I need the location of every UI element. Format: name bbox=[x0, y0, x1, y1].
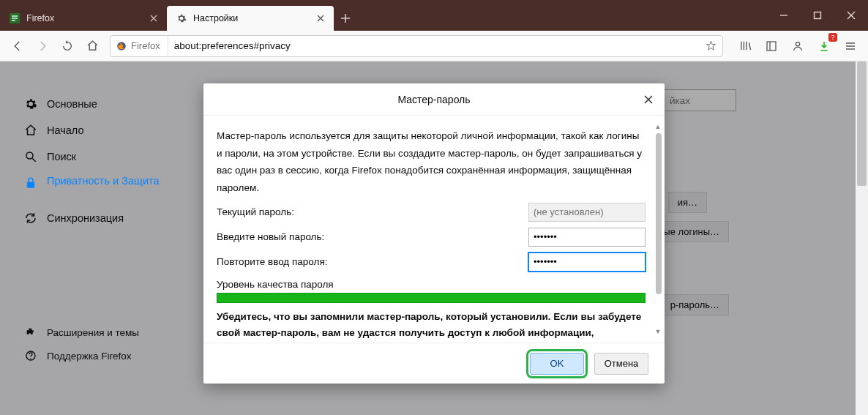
quality-label: Уровень качества пароля bbox=[217, 279, 646, 290]
svg-rect-1 bbox=[815, 12, 821, 19]
sidebar-item-search[interactable]: Поиск bbox=[16, 143, 184, 170]
titlebar: Firefox Настройки bbox=[0, 0, 868, 31]
scroll-thumb[interactable] bbox=[656, 133, 662, 294]
svg-point-4 bbox=[796, 42, 799, 45]
dialog-close-button[interactable] bbox=[640, 91, 657, 108]
dialog-header: Мастер-пароль bbox=[203, 83, 665, 116]
window-close-button[interactable] bbox=[834, 0, 868, 31]
tab-label: Настройки bbox=[193, 13, 238, 23]
dialog-footer: OK Отмена bbox=[203, 343, 665, 384]
repeat-password-label: Повторите ввод пароля: bbox=[217, 256, 528, 267]
tab-firefox[interactable]: Firefox bbox=[0, 6, 167, 31]
close-icon[interactable] bbox=[148, 12, 160, 24]
dialog-title: Мастер-пароль bbox=[397, 94, 470, 105]
new-tab-button[interactable] bbox=[334, 6, 357, 31]
svg-rect-3 bbox=[767, 42, 776, 51]
firefox-icon bbox=[116, 41, 127, 51]
close-icon[interactable] bbox=[315, 12, 326, 24]
sidebar-item-privacy[interactable]: Приватность и Защита bbox=[16, 170, 184, 205]
sidebar-item-label: Поддержка Firefox bbox=[47, 351, 131, 362]
current-password-label: Текущий пароль: bbox=[217, 206, 528, 217]
dialog-body: Мастер-пароль используется для защиты не… bbox=[203, 116, 665, 343]
svg-point-5 bbox=[26, 152, 33, 159]
row-repeat-password: Повторите ввод пароля: bbox=[217, 250, 646, 274]
download-badge: ? bbox=[828, 33, 837, 42]
account-icon[interactable] bbox=[786, 34, 809, 58]
dialog-description: Мастер-пароль используется для защиты не… bbox=[217, 127, 646, 197]
library-icon[interactable] bbox=[733, 34, 757, 58]
gear-icon bbox=[23, 97, 38, 111]
repeat-password-input[interactable] bbox=[528, 253, 646, 272]
forward-button[interactable] bbox=[31, 34, 54, 58]
svg-rect-6 bbox=[27, 182, 35, 188]
sidebar-item-home[interactable]: Начало bbox=[16, 117, 184, 143]
sidebar-item-label: Поиск bbox=[47, 151, 76, 162]
reload-button[interactable] bbox=[56, 34, 79, 58]
sidebar-toggle-icon[interactable] bbox=[760, 34, 783, 58]
sidebar-item-general[interactable]: Основные bbox=[16, 91, 184, 117]
sidebar-item-label: Начало bbox=[47, 124, 84, 136]
url-bar[interactable]: Firefox about:preferences#privacy bbox=[110, 35, 723, 57]
ok-button[interactable]: OK bbox=[530, 353, 584, 375]
home-icon bbox=[23, 123, 38, 138]
settings-sidebar: Основные Начало Поиск Приватность и Защи… bbox=[16, 91, 184, 231]
page-scrollbar[interactable] bbox=[856, 61, 868, 415]
help-icon bbox=[23, 348, 38, 363]
back-button[interactable] bbox=[6, 34, 29, 58]
sidebar-item-label: Расширения и темы bbox=[47, 327, 139, 338]
dialog-scrollbar[interactable]: ▲ ▼ bbox=[654, 123, 662, 335]
content-area: йках ия… ые логины… р-пароль… История Ос… bbox=[0, 61, 868, 415]
minimize-button[interactable] bbox=[767, 0, 801, 31]
cancel-button[interactable]: Отмена bbox=[594, 353, 648, 375]
identity-box[interactable]: Firefox bbox=[116, 36, 168, 56]
site-icon bbox=[9, 12, 20, 24]
row-current-password: Текущий пароль: bbox=[217, 200, 646, 225]
identity-label: Firefox bbox=[131, 40, 160, 51]
tab-settings[interactable]: Настройки bbox=[167, 6, 334, 31]
sidebar-item-label: Синхронизация bbox=[47, 212, 124, 224]
sidebar-item-addons[interactable]: Расширения и темы bbox=[16, 321, 184, 344]
search-icon bbox=[23, 149, 38, 164]
puzzle-icon bbox=[23, 325, 38, 340]
sync-icon bbox=[23, 211, 38, 225]
svg-point-8 bbox=[30, 358, 31, 359]
nav-toolbar: Firefox about:preferences#privacy ? bbox=[0, 31, 868, 61]
lock-icon bbox=[23, 176, 38, 190]
new-password-input[interactable] bbox=[528, 228, 646, 247]
window-controls bbox=[767, 0, 868, 31]
dialog-warning: Убедитесь, что вы запомнили мастер-парол… bbox=[217, 309, 646, 343]
bookmark-star-icon[interactable] bbox=[706, 40, 717, 51]
row-new-password: Введите новый пароль: bbox=[217, 225, 646, 250]
home-button[interactable] bbox=[81, 34, 104, 58]
scroll-down-arrow[interactable]: ▼ bbox=[654, 328, 662, 335]
maximize-button[interactable] bbox=[801, 0, 834, 31]
tab-label: Firefox bbox=[26, 13, 54, 23]
sidebar-footer: Расширения и темы Поддержка Firefox bbox=[16, 321, 184, 367]
sidebar-item-support[interactable]: Поддержка Firefox bbox=[16, 344, 184, 367]
page-scroll-thumb[interactable] bbox=[857, 61, 867, 186]
current-password-input bbox=[528, 203, 646, 222]
new-password-label: Введите новый пароль: bbox=[217, 231, 528, 242]
address-text: about:preferences#privacy bbox=[174, 40, 700, 51]
password-quality-meter bbox=[217, 293, 646, 303]
gear-icon bbox=[176, 12, 187, 24]
master-password-dialog: Мастер-пароль Мастер-пароль используется… bbox=[203, 83, 665, 384]
sidebar-item-label: Приватность и Защита bbox=[47, 174, 160, 189]
scroll-up-arrow[interactable]: ▲ bbox=[654, 123, 662, 130]
menu-icon[interactable] bbox=[839, 34, 862, 58]
downloads-icon[interactable]: ? bbox=[812, 34, 836, 58]
sidebar-item-sync[interactable]: Синхронизация bbox=[16, 205, 184, 231]
sidebar-item-label: Основные bbox=[47, 98, 97, 110]
